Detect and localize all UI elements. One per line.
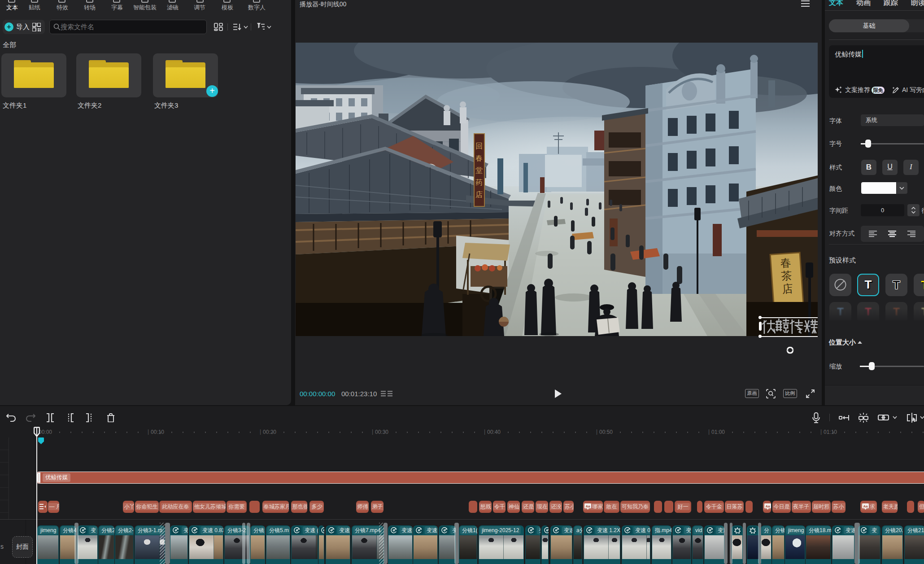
svg-text:回: 回 — [475, 142, 483, 150]
svg-text:Aa: Aa — [863, 504, 868, 508]
svg-text:Aa: Aa — [766, 504, 771, 508]
svg-text:春: 春 — [475, 154, 483, 162]
svg-text:茶: 茶 — [781, 269, 793, 282]
svg-text:店: 店 — [782, 282, 793, 295]
svg-text:春: 春 — [780, 256, 792, 269]
svg-text:店: 店 — [475, 191, 483, 198]
svg-text:Aa: Aa — [586, 504, 591, 508]
svg-text:药: 药 — [475, 179, 483, 186]
svg-text:堂: 堂 — [475, 166, 483, 174]
